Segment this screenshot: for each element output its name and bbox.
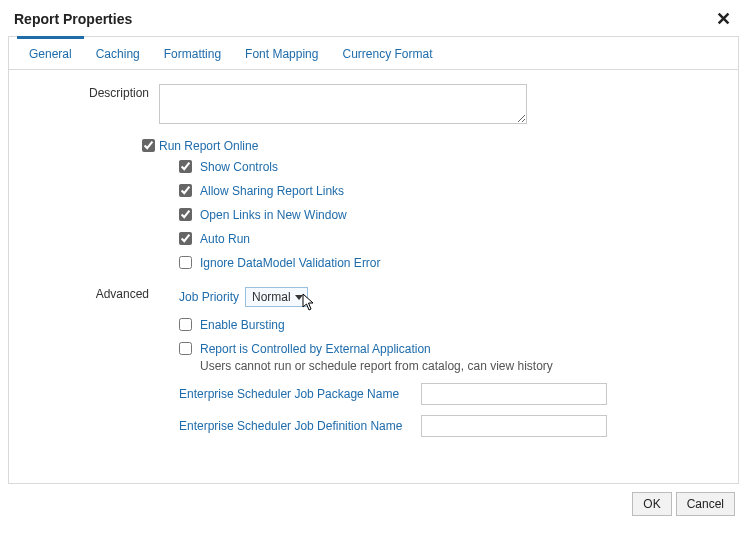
external-application-hint: Users cannot run or schedule report from… bbox=[200, 359, 553, 373]
cancel-button[interactable]: Cancel bbox=[676, 492, 735, 516]
run-report-online-checkbox[interactable] bbox=[142, 139, 155, 152]
open-links-new-window-checkbox[interactable] bbox=[179, 208, 192, 221]
show-controls-checkbox[interactable] bbox=[179, 160, 192, 173]
advanced-label: Advanced bbox=[29, 285, 159, 301]
button-bar: OK Cancel bbox=[4, 484, 743, 520]
run-report-online-label: Run Report Online bbox=[159, 137, 718, 155]
job-priority-value: Normal bbox=[252, 290, 291, 304]
open-links-new-window-label: Open Links in New Window bbox=[200, 207, 347, 223]
enterprise-definition-label: Enterprise Scheduler Job Definition Name bbox=[179, 419, 421, 433]
enterprise-definition-input[interactable] bbox=[421, 415, 607, 437]
description-input[interactable] bbox=[159, 84, 527, 124]
enable-bursting-label: Enable Bursting bbox=[200, 317, 285, 333]
job-priority-select[interactable]: Normal bbox=[245, 287, 308, 307]
job-priority-label: Job Priority bbox=[179, 290, 239, 304]
form-area: Description Run Report Online Show Contr… bbox=[9, 70, 738, 459]
auto-run-label: Auto Run bbox=[200, 231, 250, 247]
tab-general[interactable]: General bbox=[17, 36, 84, 69]
tab-formatting[interactable]: Formatting bbox=[152, 37, 233, 69]
ignore-dm-error-checkbox[interactable] bbox=[179, 256, 192, 269]
tab-strip: General Caching Formatting Font Mapping … bbox=[9, 37, 738, 70]
ignore-dm-error-label: Ignore DataModel Validation Error bbox=[200, 255, 381, 271]
dialog-header: Report Properties ✕ bbox=[4, 4, 743, 36]
external-application-checkbox[interactable] bbox=[179, 342, 192, 355]
enterprise-package-label: Enterprise Scheduler Job Package Name bbox=[179, 387, 421, 401]
tab-panel: General Caching Formatting Font Mapping … bbox=[8, 36, 739, 484]
ok-button[interactable]: OK bbox=[632, 492, 671, 516]
cursor-icon bbox=[302, 293, 318, 313]
external-application-label: Report is Controlled by External Applica… bbox=[200, 341, 553, 357]
report-properties-dialog: Report Properties ✕ General Caching Form… bbox=[0, 0, 747, 524]
enterprise-package-input[interactable] bbox=[421, 383, 607, 405]
description-label: Description bbox=[29, 84, 159, 100]
show-controls-label: Show Controls bbox=[200, 159, 278, 175]
tab-font-mapping[interactable]: Font Mapping bbox=[233, 37, 330, 69]
enable-bursting-checkbox[interactable] bbox=[179, 318, 192, 331]
close-icon[interactable]: ✕ bbox=[712, 10, 735, 28]
auto-run-checkbox[interactable] bbox=[179, 232, 192, 245]
tab-caching[interactable]: Caching bbox=[84, 37, 152, 69]
allow-sharing-checkbox[interactable] bbox=[179, 184, 192, 197]
allow-sharing-label: Allow Sharing Report Links bbox=[200, 183, 344, 199]
chevron-down-icon bbox=[295, 295, 303, 300]
tab-currency-format[interactable]: Currency Format bbox=[330, 37, 444, 69]
dialog-title: Report Properties bbox=[14, 11, 132, 27]
